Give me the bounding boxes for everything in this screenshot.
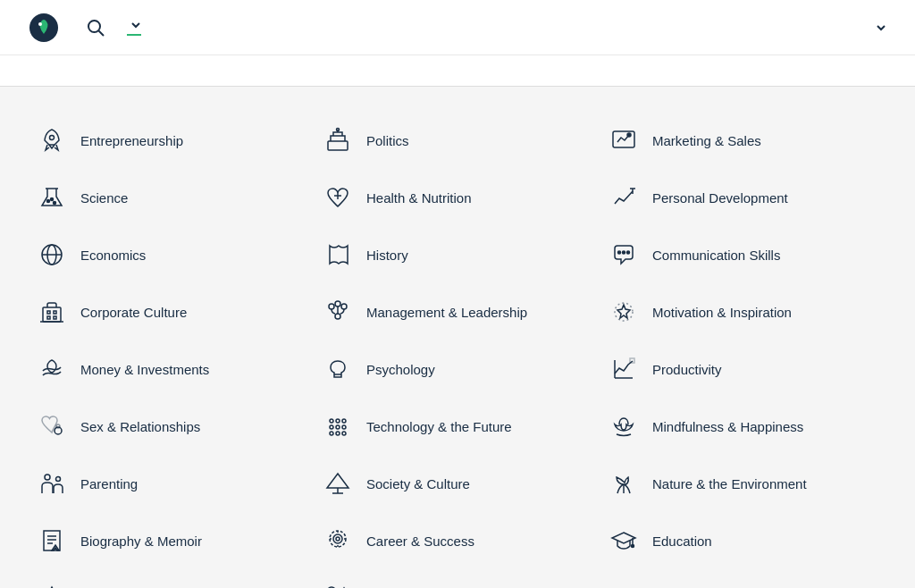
category-label: Entrepreneurship <box>80 133 183 148</box>
category-label: Biography & Memoir <box>80 533 202 549</box>
svg-point-37 <box>56 424 60 428</box>
category-item-biography---memoir[interactable]: Biography & Memoir <box>29 512 315 569</box>
category-item-management---leadership[interactable]: Management & Leadership <box>315 283 600 340</box>
svg-point-42 <box>336 425 340 429</box>
politics-icon <box>322 124 354 156</box>
category-label: Sex & Relationships <box>80 419 200 434</box>
category-item-corporate-culture[interactable]: Corporate Culture <box>29 283 315 340</box>
corporate-icon <box>36 296 68 328</box>
category-item-politics[interactable]: Politics <box>315 112 600 169</box>
svg-point-38 <box>330 419 333 423</box>
main-content: EntrepreneurshipPoliticsMarketing & Sale… <box>0 87 915 588</box>
main-nav <box>127 20 872 36</box>
career-icon <box>322 525 354 557</box>
category-label: Mindfulness & Happiness <box>652 419 803 434</box>
category-label: Society & Culture <box>366 476 470 491</box>
category-item-philosophy[interactable]: Philosophy <box>600 569 886 588</box>
category-item-creativity[interactable]: Creativity <box>315 569 600 588</box>
category-item-society---culture[interactable]: Society & Culture <box>315 455 600 512</box>
category-label: Economics <box>80 248 146 263</box>
history-icon <box>322 239 354 271</box>
category-item-mindfulness---happiness[interactable]: Mindfulness & Happiness <box>600 398 886 455</box>
svg-marker-49 <box>327 474 348 488</box>
logo-icon <box>29 13 59 43</box>
category-item-religion---spirituality[interactable]: Religion & Spirituality <box>29 569 315 588</box>
category-item-motivation---inspiration[interactable]: Motivation & Inspiration <box>600 283 886 340</box>
category-item-personal-development[interactable]: Personal Development <box>600 169 886 226</box>
category-item-career---success[interactable]: Career & Success <box>315 512 600 569</box>
svg-rect-23 <box>47 311 50 314</box>
society-icon <box>322 467 354 500</box>
svg-point-40 <box>342 419 346 423</box>
productivity-icon <box>608 353 640 385</box>
svg-point-39 <box>336 419 340 423</box>
svg-point-43 <box>342 425 346 429</box>
category-label: Nature & the Environment <box>652 476 807 491</box>
svg-point-57 <box>333 534 342 543</box>
svg-point-9 <box>627 133 631 137</box>
category-label: Productivity <box>652 362 722 377</box>
svg-point-28 <box>329 304 334 309</box>
category-item-communication-skills[interactable]: Communication Skills <box>600 226 886 283</box>
category-item-money---investments[interactable]: Money & Investments <box>29 340 315 398</box>
category-label: Management & Leadership <box>366 305 527 320</box>
category-label: Money & Investments <box>80 362 209 377</box>
philosophy-icon <box>608 582 640 588</box>
category-item-productivity[interactable]: Productivity <box>600 340 886 398</box>
explore-chevron-icon <box>130 20 141 30</box>
category-item-sex---relationships[interactable]: Sex & Relationships <box>29 398 315 455</box>
category-label: History <box>366 248 408 263</box>
category-item-parenting[interactable]: Parenting <box>29 455 315 512</box>
technology-icon <box>322 410 354 442</box>
svg-point-2 <box>88 21 100 32</box>
nav-explore[interactable] <box>127 20 141 36</box>
category-item-marketing---sales[interactable]: Marketing & Sales <box>600 112 886 169</box>
biography-icon <box>36 525 68 557</box>
category-item-technology---the-future[interactable]: Technology & the Future <box>315 398 600 455</box>
nature-icon <box>608 467 640 500</box>
svg-rect-26 <box>54 316 56 319</box>
category-label: Health & Nutrition <box>366 190 472 206</box>
category-item-history[interactable]: History <box>315 226 600 283</box>
sub-header <box>0 55 915 87</box>
category-label: Science <box>80 190 128 206</box>
logo[interactable] <box>29 13 64 43</box>
religion-icon <box>36 582 68 588</box>
svg-point-13 <box>51 198 54 201</box>
svg-point-21 <box>627 251 630 254</box>
category-label: Education <box>652 533 712 549</box>
svg-point-31 <box>335 314 340 319</box>
account-button[interactable] <box>872 22 886 33</box>
motivation-icon <box>608 296 640 328</box>
science-icon <box>36 181 68 214</box>
marketing-icon <box>608 124 640 156</box>
categories-grid: EntrepreneurshipPoliticsMarketing & Sale… <box>29 112 886 588</box>
management-icon <box>322 296 354 328</box>
category-label: Psychology <box>366 362 435 377</box>
svg-rect-5 <box>328 141 348 150</box>
category-item-psychology[interactable]: Psychology <box>315 340 600 398</box>
svg-point-63 <box>632 545 634 548</box>
search-button[interactable] <box>86 18 105 38</box>
svg-line-3 <box>99 30 105 36</box>
category-item-nature---the-environment[interactable]: Nature & the Environment <box>600 455 886 512</box>
rocket-icon <box>36 124 68 156</box>
category-item-science[interactable]: Science <box>29 169 315 226</box>
svg-rect-24 <box>54 311 56 314</box>
svg-point-29 <box>335 301 340 307</box>
communication-icon <box>608 239 640 271</box>
header <box>0 0 915 55</box>
svg-point-58 <box>336 537 340 541</box>
category-item-health---nutrition[interactable]: Health & Nutrition <box>315 169 600 226</box>
svg-point-1 <box>38 22 42 26</box>
category-item-economics[interactable]: Economics <box>29 226 315 283</box>
svg-point-4 <box>50 136 55 140</box>
category-item-entrepreneurship[interactable]: Entrepreneurship <box>29 112 315 169</box>
svg-point-45 <box>336 432 340 435</box>
svg-point-44 <box>330 432 333 435</box>
category-item-education[interactable]: Education <box>600 512 886 569</box>
category-label: Marketing & Sales <box>652 133 761 148</box>
svg-point-56 <box>330 531 346 547</box>
creativity-icon <box>322 582 354 588</box>
category-label: Politics <box>366 133 409 148</box>
